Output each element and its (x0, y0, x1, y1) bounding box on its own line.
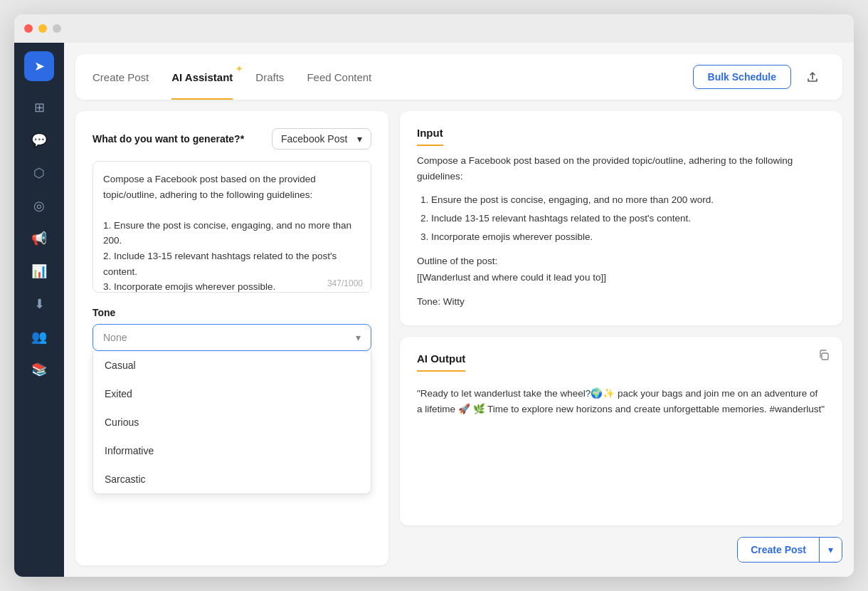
target-icon: ◎ (33, 198, 45, 214)
chat-icon: 💬 (31, 132, 47, 148)
tone-info: Tone: Witty (417, 294, 825, 310)
input-card: Input Compose a Facebook post based on t… (400, 111, 842, 325)
right-panel: Input Compose a Facebook post based on t… (400, 111, 842, 565)
tone-dropdown: Casual Exited Curious Informative Sarcas… (92, 351, 371, 494)
tone-option-exited[interactable]: Exited (93, 380, 371, 408)
tab-drafts[interactable]: Drafts (255, 54, 284, 100)
prompt-textarea[interactable]: Compose a Facebook post based on the pro… (92, 161, 371, 293)
input-text: Compose a Facebook post based on the pro… (417, 153, 825, 310)
sidebar-item-library[interactable]: 📚 (24, 355, 54, 385)
sidebar: ➤ ⊞ 💬 ⬡ ◎ 📢 📊 ⬇ 👥 (14, 43, 64, 577)
app-body: ➤ ⊞ 💬 ⬡ ◎ 📢 📊 ⬇ 👥 (14, 43, 854, 577)
close-button[interactable] (24, 24, 33, 33)
tone-select[interactable]: None ▾ (92, 324, 371, 351)
tone-value: None (103, 332, 127, 343)
guideline-2: Include 13-15 relevant hashtags related … (431, 211, 825, 226)
chevron-down-icon: ▾ (357, 133, 362, 145)
sidebar-item-chat[interactable]: 💬 (24, 125, 54, 155)
library-icon: 📚 (31, 362, 47, 377)
input-intro: Compose a Facebook post based on the pro… (417, 153, 825, 185)
content-area: What do you want to generate?* Facebook … (64, 100, 854, 577)
tab-feed-content[interactable]: Feed Content (307, 54, 371, 100)
copy-icon[interactable] (818, 350, 830, 364)
main-content: Create Post AI Assistant ✦ Drafts Feed C… (64, 43, 854, 577)
chart-icon: 📊 (31, 263, 47, 279)
maximize-button[interactable] (53, 24, 61, 33)
sidebar-item-network[interactable]: ⬡ (24, 158, 54, 188)
sidebar-logo[interactable]: ➤ (24, 51, 54, 81)
create-post-button[interactable]: Create Post (738, 538, 819, 562)
sidebar-item-chart[interactable]: 📊 (24, 256, 54, 286)
tab-create-post[interactable]: Create Post (92, 54, 149, 100)
megaphone-icon: 📢 (31, 231, 47, 246)
input-title: Input (417, 127, 443, 146)
bulk-schedule-button[interactable]: Bulk Schedule (693, 65, 791, 89)
sidebar-item-people[interactable]: 👥 (24, 322, 54, 352)
bottom-actions: Create Post ▾ (400, 537, 842, 565)
sparkle-icon: ✦ (235, 64, 243, 74)
output-title: AI Output (417, 352, 465, 372)
generate-label: What do you want to generate?* (92, 133, 244, 145)
tone-option-sarcastic[interactable]: Sarcastic (93, 465, 371, 493)
tab-ai-assistant[interactable]: AI Assistant ✦ (171, 54, 233, 100)
download-icon: ⬇ (34, 296, 45, 312)
tabs: Create Post AI Assistant ✦ Drafts Feed C… (92, 54, 371, 100)
chevron-down-icon: ▾ (356, 332, 361, 343)
top-nav-card: Create Post AI Assistant ✦ Drafts Feed C… (75, 54, 842, 100)
guideline-3: Incorporate emojis wherever possible. (431, 229, 825, 245)
top-actions: Bulk Schedule (693, 64, 825, 90)
char-count: 347/1000 (327, 278, 363, 288)
minimize-button[interactable] (38, 24, 47, 33)
input-guidelines: Ensure the post is concise, engaging, an… (417, 192, 825, 246)
output-text: "Ready to let wanderlust take the wheel?… (417, 386, 825, 418)
post-type-select[interactable]: Facebook Post ▾ (272, 128, 371, 150)
guideline-1: Ensure the post is concise, engaging, an… (431, 192, 825, 208)
outline-section: Outline of the post: [[Wanderlust and wh… (417, 253, 825, 286)
outline-label: Outline of the post: (417, 253, 825, 269)
post-type-value: Facebook Post (281, 133, 347, 145)
create-post-dropdown-button[interactable]: ▾ (819, 538, 842, 562)
titlebar (14, 14, 854, 43)
chevron-down-icon: ▾ (828, 544, 833, 555)
app-window: ➤ ⊞ 💬 ⬡ ◎ 📢 📊 ⬇ 👥 (14, 14, 854, 577)
tone-label: Tone (92, 307, 371, 318)
sidebar-item-download[interactable]: ⬇ (24, 289, 54, 319)
export-icon[interactable] (800, 64, 825, 90)
prompt-wrapper: Compose a Facebook post based on the pro… (92, 161, 371, 296)
logo-icon: ➤ (34, 58, 45, 74)
dashboard-icon: ⊞ (34, 100, 45, 115)
tone-section: Tone None ▾ Casual Exited Curious Inform… (92, 307, 371, 494)
tone-option-curious[interactable]: Curious (93, 408, 371, 436)
people-icon: 👥 (31, 329, 47, 345)
sidebar-item-megaphone[interactable]: 📢 (24, 224, 54, 253)
output-card: AI Output "Ready to let wanderlust take … (400, 337, 842, 525)
sidebar-item-target[interactable]: ◎ (24, 191, 54, 221)
sidebar-item-dashboard[interactable]: ⊞ (24, 93, 54, 122)
create-post-button-group: Create Post ▾ (737, 537, 842, 563)
generate-row: What do you want to generate?* Facebook … (92, 128, 371, 150)
tone-option-informative[interactable]: Informative (93, 436, 371, 465)
left-panel: What do you want to generate?* Facebook … (75, 111, 388, 565)
tone-option-casual[interactable]: Casual (93, 351, 371, 380)
svg-rect-0 (822, 353, 828, 360)
outline-value: [[Wanderlust and where could it lead you… (417, 270, 825, 286)
network-icon: ⬡ (33, 165, 45, 181)
